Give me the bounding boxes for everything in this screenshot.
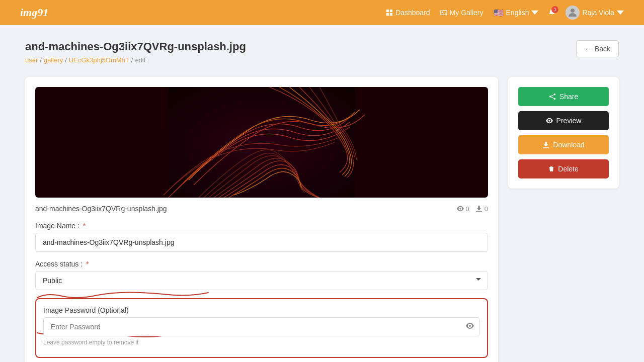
breadcrumb-gallery-id[interactable]: UEcGk3phj5OmMhT — [69, 56, 129, 64]
language-chevron-icon — [531, 9, 538, 16]
svg-rect-1 — [390, 10, 392, 12]
breadcrumb-gallery[interactable]: gallery — [44, 56, 63, 64]
main-card: and-machines-Og3iix7QVRg-unsplash.jpg 0 … — [25, 77, 498, 362]
preview-label: Preview — [556, 117, 582, 125]
svg-rect-3 — [390, 13, 392, 16]
access-status-label: Access status : * — [35, 260, 488, 268]
preview-image — [35, 87, 488, 198]
gallery-icon — [440, 9, 447, 16]
page-title: and-machines-Og3iix7QVRg-unsplash.jpg — [25, 40, 246, 53]
download-button[interactable]: Download — [518, 135, 609, 154]
preview-button[interactable]: Preview — [518, 111, 609, 130]
password-section: Image Password (Optional) Leave password… — [35, 298, 488, 358]
required-star-2: * — [86, 260, 89, 268]
view-count: 0 — [457, 205, 469, 213]
toggle-password-icon[interactable] — [466, 322, 474, 332]
svg-point-6 — [571, 9, 575, 13]
image-filename-label: and-machines-Og3iix7QVRg-unsplash.jpg — [35, 205, 167, 213]
back-label: Back — [595, 45, 610, 53]
preview-icon — [546, 117, 553, 124]
notification-badge: 1 — [551, 6, 558, 13]
content-layout: and-machines-Og3iix7QVRg-unsplash.jpg 0 … — [25, 77, 619, 362]
page-header-row: and-machines-Og3iix7QVRg-unsplash.jpg us… — [25, 40, 619, 74]
avatar — [566, 6, 580, 20]
password-input[interactable] — [43, 317, 480, 336]
page-content: and-machines-Og3iix7QVRg-unsplash.jpg us… — [0, 25, 644, 362]
user-nav-item[interactable]: Raja Viola — [566, 6, 624, 20]
svg-point-9 — [549, 96, 551, 98]
access-status-select[interactable]: Public Private — [35, 271, 488, 290]
required-star: * — [83, 222, 86, 230]
image-name-group: Image Name : * — [35, 222, 488, 252]
delete-button[interactable]: Delete — [518, 159, 609, 178]
dashboard-icon — [386, 9, 393, 16]
breadcrumb-user[interactable]: user — [25, 56, 38, 64]
image-meta-row: and-machines-Og3iix7QVRg-unsplash.jpg 0 … — [35, 205, 488, 213]
image-preview — [35, 87, 488, 198]
sidebar-card: Share Preview Download Delete — [508, 77, 619, 189]
password-group: Image Password (Optional) Leave password… — [43, 306, 480, 346]
my-gallery-label: My Gallery — [450, 9, 484, 17]
eye-stat-icon — [457, 205, 464, 212]
download-count: 0 — [475, 205, 488, 213]
language-nav-item[interactable]: 🇺🇸 English — [494, 8, 539, 18]
svg-rect-0 — [386, 10, 389, 12]
header-nav: Dashboard My Gallery 🇺🇸 English 1 Raja V… — [386, 6, 624, 20]
user-name-label: Raja Viola — [582, 9, 614, 17]
delete-icon — [548, 165, 554, 172]
image-name-label: Image Name : * — [35, 222, 488, 230]
breadcrumb: user / gallery / UEcGk3phj5OmMhT / edit — [25, 56, 246, 64]
svg-point-10 — [553, 98, 555, 100]
site-logo[interactable]: img91 — [20, 6, 48, 19]
user-chevron-icon — [617, 9, 624, 16]
access-status-select-wrapper: Public Private — [35, 271, 488, 290]
header: img91 Dashboard My Gallery 🇺🇸 English 1 … — [0, 0, 644, 25]
delete-label: Delete — [558, 165, 578, 173]
page-header-left: and-machines-Og3iix7QVRg-unsplash.jpg us… — [25, 40, 246, 74]
access-status-group: Access status : * Public Private — [35, 260, 488, 290]
back-button[interactable]: ← Back — [576, 40, 619, 57]
breadcrumb-edit: edit — [135, 56, 145, 64]
share-button[interactable]: Share — [518, 87, 609, 106]
flag-icon: 🇺🇸 — [494, 8, 504, 18]
download-icon — [542, 141, 549, 148]
password-label: Image Password (Optional) — [43, 306, 480, 314]
image-name-input[interactable] — [35, 233, 488, 252]
svg-rect-2 — [386, 13, 389, 16]
image-stats: 0 0 — [457, 205, 488, 213]
share-icon — [549, 93, 556, 100]
download-stat-icon — [475, 205, 482, 212]
dashboard-nav-item[interactable]: Dashboard — [386, 9, 430, 17]
avatar-icon — [567, 7, 579, 19]
svg-rect-7 — [169, 87, 355, 198]
password-hint: Leave password empty to remove it — [43, 339, 480, 346]
my-gallery-nav-item[interactable]: My Gallery — [440, 9, 484, 17]
password-input-wrapper — [43, 317, 480, 336]
svg-point-8 — [553, 94, 555, 96]
back-arrow-icon: ← — [585, 45, 592, 53]
notification-nav-item[interactable]: 1 — [548, 9, 555, 16]
language-label: English — [506, 9, 529, 17]
share-label: Share — [559, 93, 578, 101]
download-label: Download — [553, 141, 584, 149]
eye-icon — [466, 322, 474, 330]
dashboard-label: Dashboard — [395, 9, 430, 17]
